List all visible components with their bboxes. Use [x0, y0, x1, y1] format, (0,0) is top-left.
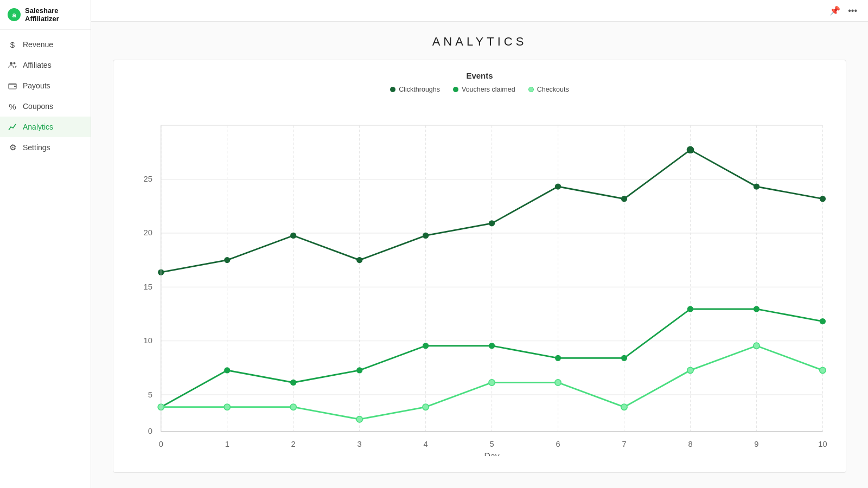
main-content: 📌 ••• ANALYTICS Events Clickthroughs Vou…: [91, 0, 868, 488]
svg-point-58: [621, 355, 627, 361]
chart-icon: [8, 122, 17, 132]
svg-text:9: 9: [754, 440, 758, 448]
page-title: ANALYTICS: [113, 35, 846, 49]
svg-point-59: [687, 306, 693, 312]
svg-text:3: 3: [358, 440, 362, 448]
sidebar-label-affiliates: Affiliates: [23, 61, 52, 69]
sidebar-item-affiliates[interactable]: Affiliates: [0, 55, 91, 75]
sidebar-label-settings: Settings: [23, 143, 50, 152]
svg-point-43: [356, 257, 362, 263]
sidebar-label-analytics: Analytics: [23, 123, 53, 131]
percent-icon: %: [8, 101, 17, 111]
legend-vouchers: Vouchers claimed: [453, 86, 515, 93]
svg-point-45: [489, 220, 495, 226]
legend-label-vouchers: Vouchers claimed: [462, 86, 515, 93]
svg-point-55: [423, 343, 429, 349]
legend-dot-clickthroughs: [390, 87, 395, 92]
legend-dot-vouchers: [453, 87, 458, 92]
svg-text:7: 7: [622, 440, 626, 448]
svg-point-53: [290, 380, 296, 386]
svg-point-54: [356, 367, 362, 373]
svg-point-66: [423, 404, 429, 410]
svg-point-47: [621, 196, 627, 202]
svg-point-56: [489, 343, 495, 349]
sidebar-label-revenue: Revenue: [23, 40, 53, 49]
legend-dot-checkouts: [528, 87, 534, 92]
sidebar-nav: $ Revenue Affiliates: [0, 30, 91, 488]
svg-point-46: [555, 183, 561, 189]
svg-point-1: [14, 62, 16, 65]
wallet-icon: [8, 81, 17, 91]
sidebar-item-settings[interactable]: ⚙ Settings: [0, 137, 91, 158]
svg-text:20: 20: [144, 228, 152, 237]
svg-point-71: [754, 343, 760, 349]
chart-container: Events Clickthroughs Vouchers claimed Ch…: [113, 60, 846, 473]
svg-point-52: [224, 367, 230, 373]
svg-point-61: [820, 318, 826, 324]
more-icon[interactable]: •••: [848, 6, 857, 16]
svg-point-50: [820, 196, 826, 202]
chart-legend: Clickthroughs Vouchers claimed Checkouts: [124, 86, 835, 93]
svg-text:5: 5: [148, 390, 152, 399]
sidebar-label-coupons: Coupons: [23, 102, 53, 111]
svg-text:10: 10: [144, 336, 152, 345]
desc-clickthroughs: Clickthroughs: the number of times an af…: [113, 486, 846, 488]
legend-label-checkouts: Checkouts: [537, 86, 569, 93]
svg-point-67: [489, 380, 495, 386]
svg-text:6: 6: [556, 440, 560, 448]
svg-point-44: [423, 233, 429, 239]
svg-point-48: [687, 146, 694, 154]
svg-point-49: [754, 183, 760, 189]
svg-text:0: 0: [159, 440, 163, 448]
sidebar-item-revenue[interactable]: $ Revenue: [0, 34, 91, 55]
sidebar-header: a Saleshare Affiliatizer: [0, 0, 91, 30]
gear-icon: ⚙: [8, 143, 17, 152]
people-icon: [8, 60, 17, 70]
svg-text:25: 25: [144, 175, 152, 183]
page-content: ANALYTICS Events Clickthroughs Vouchers …: [91, 22, 868, 488]
svg-text:2: 2: [291, 440, 296, 448]
pin-icon[interactable]: 📌: [829, 5, 840, 16]
svg-text:10: 10: [818, 440, 827, 448]
svg-point-63: [224, 404, 230, 410]
svg-point-69: [621, 404, 627, 410]
svg-text:0: 0: [148, 427, 152, 435]
svg-point-60: [754, 306, 760, 312]
svg-point-68: [555, 380, 561, 386]
svg-point-64: [290, 404, 296, 410]
svg-text:Day: Day: [484, 452, 500, 456]
svg-point-72: [820, 367, 826, 373]
svg-point-57: [555, 355, 561, 361]
svg-text:8: 8: [688, 440, 692, 448]
legend-clickthroughs: Clickthroughs: [390, 86, 440, 93]
svg-text:15: 15: [144, 282, 152, 291]
legend-label-clickthroughs: Clickthroughs: [399, 86, 440, 93]
app-logo: a: [8, 8, 21, 21]
svg-text:4: 4: [424, 440, 428, 448]
svg-point-65: [356, 416, 362, 422]
topbar: 📌 •••: [91, 0, 868, 22]
chart-description: Clickthroughs: the number of times an af…: [113, 486, 846, 488]
legend-checkouts: Checkouts: [528, 86, 569, 93]
svg-text:1: 1: [225, 440, 229, 448]
svg-point-42: [290, 233, 296, 239]
svg-point-0: [10, 62, 12, 65]
sidebar-label-payouts: Payouts: [23, 81, 50, 90]
sidebar: a Saleshare Affiliatizer $ Revenue Affil…: [0, 0, 91, 488]
sidebar-item-payouts[interactable]: Payouts: [0, 75, 91, 96]
svg-point-70: [687, 367, 693, 373]
events-chart: 0 5 10 15 20 25 0: [124, 101, 835, 456]
svg-rect-3: [14, 86, 16, 87]
app-name: Saleshare Affiliatizer: [25, 7, 83, 23]
chart-title: Events: [124, 71, 835, 80]
svg-point-41: [224, 257, 230, 263]
dollar-icon: $: [8, 40, 17, 49]
sidebar-item-analytics[interactable]: Analytics: [0, 117, 91, 137]
sidebar-item-coupons[interactable]: % Coupons: [0, 96, 91, 117]
svg-text:5: 5: [490, 440, 494, 448]
